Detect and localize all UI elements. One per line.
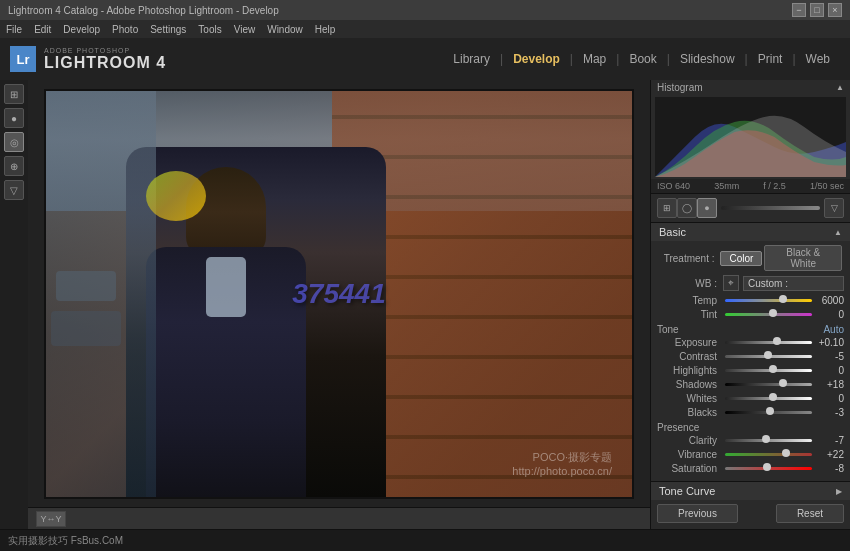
statusbar: 实用摄影技巧 FsBus.CoM: [0, 529, 850, 551]
highlights-label: Highlights: [657, 365, 717, 376]
vibrance-track[interactable]: [725, 453, 812, 456]
menu-settings[interactable]: Settings: [150, 24, 186, 35]
histogram-section: Histogram ▲ ISO 640: [651, 80, 850, 194]
eyedropper-btn[interactable]: ⌖: [723, 275, 739, 291]
bottom-actions: Previous Reset: [651, 500, 850, 527]
titlebar-title: Lightroom 4 Catalog - Adobe Photoshop Li…: [8, 5, 279, 16]
tint-thumb[interactable]: [769, 309, 777, 317]
tone-curve-header[interactable]: Tone Curve ▶: [651, 482, 850, 500]
treatment-row: Treatment : Color Black & White: [657, 245, 844, 271]
blacks-row: Blacks -3: [657, 407, 844, 418]
saturation-value: -8: [816, 463, 844, 474]
lr-badge: Lr: [10, 46, 36, 72]
filter-icon-btn[interactable]: ▽: [824, 198, 844, 218]
histogram-header[interactable]: Histogram ▲: [651, 80, 850, 95]
tone-curve-toggle[interactable]: ▶: [836, 487, 842, 496]
menu-edit[interactable]: Edit: [34, 24, 51, 35]
temp-track[interactable]: [725, 299, 812, 302]
wb-row: WB : ⌖ Custom :: [657, 275, 844, 291]
temp-label: Temp: [657, 295, 717, 306]
basic-panel-header[interactable]: Basic ▲: [651, 223, 850, 241]
presence-row: Presence: [657, 422, 844, 433]
tint-track[interactable]: [725, 313, 812, 316]
vibrance-thumb[interactable]: [782, 449, 790, 457]
center-area: 375441 POCO·摄影专题 http://photo.poco.cn/ Y…: [28, 80, 650, 529]
saturation-thumb[interactable]: [763, 463, 771, 471]
shadows-track[interactable]: [725, 383, 812, 386]
heal-tool[interactable]: ◎: [4, 132, 24, 152]
gradient-tool[interactable]: ▽: [4, 180, 24, 200]
tab-web[interactable]: Web: [796, 48, 840, 70]
app-name: LIGHTROOM 4: [44, 54, 166, 72]
whites-track[interactable]: [725, 397, 812, 400]
menu-window[interactable]: Window: [267, 24, 303, 35]
zoom-label: Y↔Y: [40, 514, 61, 524]
exposure-track[interactable]: [725, 341, 812, 344]
temp-thumb[interactable]: [779, 295, 787, 303]
blacks-track[interactable]: [725, 411, 812, 414]
reset-button[interactable]: Reset: [776, 504, 844, 523]
contrast-thumb[interactable]: [764, 351, 772, 359]
header: Lr ADOBE PHOTOSHOP LIGHTROOM 4 Library |…: [0, 38, 850, 80]
photo-canvas[interactable]: 375441 POCO·摄影专题 http://photo.poco.cn/: [28, 80, 650, 507]
tab-print[interactable]: Print: [748, 48, 793, 70]
color-btn[interactable]: Color: [720, 251, 762, 266]
menu-tools[interactable]: Tools: [198, 24, 221, 35]
minimize-button[interactable]: −: [792, 3, 806, 17]
histogram-toggle[interactable]: ▲: [836, 83, 844, 92]
clarity-row: Clarity -7: [657, 435, 844, 446]
nav-tabs: Library | Develop | Map | Book | Slidesh…: [443, 48, 840, 70]
photo-frame: 375441 POCO·摄影专题 http://photo.poco.cn/: [44, 89, 634, 499]
clarity-label: Clarity: [657, 435, 717, 446]
menu-photo[interactable]: Photo: [112, 24, 138, 35]
wb-label: WB :: [657, 278, 717, 289]
redeye-tool[interactable]: ⊕: [4, 156, 24, 176]
saturation-label: Saturation: [657, 463, 717, 474]
spot-icon-btn[interactable]: ◯: [677, 198, 697, 218]
maximize-button[interactable]: □: [810, 3, 824, 17]
exposure-thumb[interactable]: [773, 337, 781, 345]
bw-btn[interactable]: Black & White: [764, 245, 842, 271]
tool-slider[interactable]: [721, 206, 820, 210]
contrast-value: -5: [816, 351, 844, 362]
menu-help[interactable]: Help: [315, 24, 336, 35]
menu-file[interactable]: File: [6, 24, 22, 35]
titlebar: Lightroom 4 Catalog - Adobe Photoshop Li…: [0, 0, 850, 20]
highlights-thumb[interactable]: [769, 365, 777, 373]
retouch-icon-btn[interactable]: ●: [697, 198, 717, 218]
shadows-thumb[interactable]: [779, 379, 787, 387]
camera-shutter: 1/50 sec: [810, 181, 844, 191]
tab-map[interactable]: Map: [573, 48, 616, 70]
previous-button[interactable]: Previous: [657, 504, 738, 523]
tab-book[interactable]: Book: [619, 48, 666, 70]
contrast-track[interactable]: [725, 355, 812, 358]
menu-view[interactable]: View: [234, 24, 256, 35]
menu-develop[interactable]: Develop: [63, 24, 100, 35]
clarity-thumb[interactable]: [762, 435, 770, 443]
highlights-track[interactable]: [725, 369, 812, 372]
tab-library[interactable]: Library: [443, 48, 500, 70]
tone-curve-title: Tone Curve: [659, 485, 715, 497]
crop-tool[interactable]: ⊞: [4, 84, 24, 104]
photo-bg: [46, 91, 632, 497]
highlights-row: Highlights 0: [657, 365, 844, 376]
temp-slider-row: Temp 6000: [657, 295, 844, 306]
saturation-track[interactable]: [725, 467, 812, 470]
close-button[interactable]: ×: [828, 3, 842, 17]
tab-slideshow[interactable]: Slideshow: [670, 48, 745, 70]
auto-btn[interactable]: Auto: [823, 324, 844, 335]
shadows-label: Shadows: [657, 379, 717, 390]
view-toggle-btn[interactable]: Y↔Y: [36, 511, 66, 527]
clarity-track[interactable]: [725, 439, 812, 442]
wb-select[interactable]: Custom :: [743, 276, 844, 291]
tint-slider-row: Tint 0: [657, 309, 844, 320]
spot-tool[interactable]: ●: [4, 108, 24, 128]
basic-title: Basic: [659, 226, 686, 238]
tab-develop[interactable]: Develop: [503, 48, 570, 70]
vibrance-value: +22: [816, 449, 844, 460]
whites-thumb[interactable]: [769, 393, 777, 401]
crop-icon-btn[interactable]: ⊞: [657, 198, 677, 218]
basic-toggle[interactable]: ▲: [834, 228, 842, 237]
blacks-thumb[interactable]: [766, 407, 774, 415]
tone-label: Tone: [657, 324, 679, 335]
